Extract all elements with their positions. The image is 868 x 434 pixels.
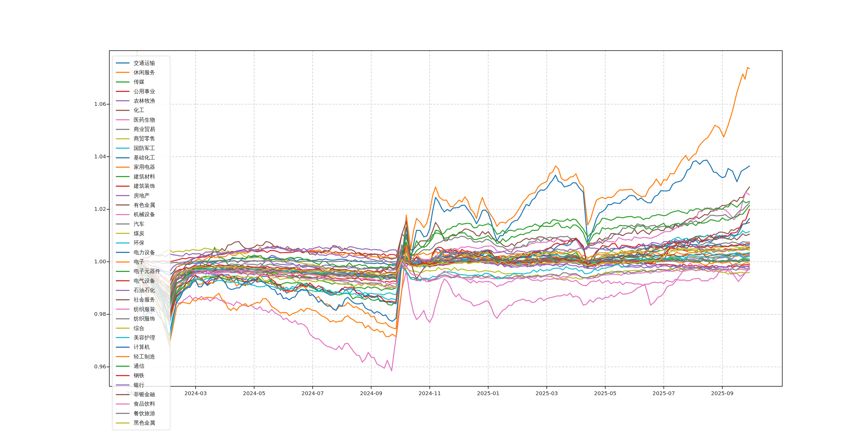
legend-item-label: 钢铁 xyxy=(134,372,145,379)
legend-item-label: 电力设备 xyxy=(134,249,155,256)
y-tick-label: 1.02 xyxy=(76,206,106,212)
legend-item: 黑色金属 xyxy=(113,418,170,428)
legend-item: 有色金属 xyxy=(113,200,170,210)
legend-item-label: 商贸零售 xyxy=(134,135,155,142)
legend-line-swatch xyxy=(116,328,130,329)
legend-item: 休闲服务 xyxy=(113,68,170,77)
legend-item-label: 纺织服装 xyxy=(134,306,155,313)
legend-item: 美容护理 xyxy=(113,333,170,342)
legend-line-swatch xyxy=(116,290,130,291)
legend-line-swatch xyxy=(116,394,130,395)
legend-line-swatch xyxy=(116,167,130,168)
legend-line-swatch xyxy=(116,186,130,187)
y-tick-label: 1.06 xyxy=(76,101,106,107)
legend-line-swatch xyxy=(116,347,130,348)
legend-line-swatch xyxy=(116,384,130,385)
legend-line-swatch xyxy=(116,413,130,414)
legend-item: 石油石化 xyxy=(113,286,170,295)
x-tick-label: 2024-05 xyxy=(233,390,276,397)
legend-line-swatch xyxy=(116,119,130,120)
legend-item-label: 公用事业 xyxy=(134,88,155,95)
legend-item: 国防军工 xyxy=(113,144,170,153)
figure: strategy industry excess ret: (20240102,… xyxy=(0,0,868,434)
legend-item-label: 传媒 xyxy=(134,78,145,86)
legend-item: 公用事业 xyxy=(113,87,170,96)
legend-item-label: 商业贸易 xyxy=(134,126,155,133)
legend-item-label: 基础化工 xyxy=(134,154,155,161)
legend-item: 机械设备 xyxy=(113,210,170,219)
legend-item: 交通运输 xyxy=(113,58,170,67)
legend-item-label: 房地产 xyxy=(134,192,150,199)
legend-item-label: 环保 xyxy=(134,239,145,246)
legend-item: 食品饮料 xyxy=(113,399,170,408)
legend-item-label: 通信 xyxy=(134,363,145,370)
legend-line-swatch xyxy=(116,309,130,310)
legend-line-swatch xyxy=(116,233,130,234)
x-tick-label: 2024-11 xyxy=(408,390,451,397)
x-tick-label: 2025-01 xyxy=(467,390,509,397)
legend-item: 环保 xyxy=(113,239,170,248)
legend-line-swatch xyxy=(116,271,130,272)
x-tick-label: 2025-07 xyxy=(643,390,685,397)
legend-item-label: 社会服务 xyxy=(134,296,155,303)
legend-item: 家用电器 xyxy=(113,163,170,172)
legend-item-label: 轻工制造 xyxy=(134,353,155,360)
legend-line-swatch xyxy=(116,214,130,215)
legend-line-swatch xyxy=(116,337,130,338)
x-tick-label: 2025-09 xyxy=(701,390,744,397)
legend-item: 基础化工 xyxy=(113,153,170,162)
legend-item-label: 医药生物 xyxy=(134,116,155,124)
legend-item-label: 交通运输 xyxy=(134,60,155,67)
legend-line-swatch xyxy=(116,261,130,262)
legend-line-swatch xyxy=(116,100,130,101)
legend-item: 轻工制造 xyxy=(113,352,170,361)
legend-line-swatch xyxy=(116,318,130,319)
legend-item-label: 电子 xyxy=(134,258,145,266)
legend-item: 商业贸易 xyxy=(113,125,170,134)
legend-line-swatch xyxy=(116,138,130,139)
legend-line-swatch xyxy=(116,205,130,206)
legend-item-label: 石油石化 xyxy=(134,287,155,294)
x-tick-label: 2025-05 xyxy=(584,390,627,397)
legend-item: 计算机 xyxy=(113,343,170,352)
legend-item: 电子元器件 xyxy=(113,267,170,276)
legend-item-label: 银行 xyxy=(134,381,145,389)
legend-line-swatch xyxy=(116,252,130,253)
legend-line-swatch xyxy=(116,223,130,224)
x-tick-label: 2024-03 xyxy=(174,390,217,397)
legend-item-label: 化工 xyxy=(134,106,145,114)
y-tick-label: 0.96 xyxy=(76,363,106,370)
legend-item-label: 计算机 xyxy=(134,343,150,351)
legend-line-swatch xyxy=(116,423,130,424)
legend-item: 汽车 xyxy=(113,219,170,228)
legend-item-label: 国防军工 xyxy=(134,145,155,152)
legend-item-label: 家用电器 xyxy=(134,163,155,170)
legend-item-label: 农林牧渔 xyxy=(134,97,155,104)
legend-item-label: 电子元器件 xyxy=(134,268,160,275)
legend-line-swatch xyxy=(116,243,130,244)
legend-item: 电子 xyxy=(113,257,170,267)
legend-item-label: 美容护理 xyxy=(134,334,155,341)
legend-item-label: 机械设备 xyxy=(134,211,155,218)
legend-item: 传媒 xyxy=(113,78,170,87)
legend-item-label: 建筑装饰 xyxy=(134,182,155,190)
legend-item-label: 纺织服饰 xyxy=(134,315,155,322)
legend-item: 电力设备 xyxy=(113,248,170,257)
y-tick-label: 0.98 xyxy=(76,311,106,317)
legend-item: 通信 xyxy=(113,362,170,371)
legend-item-label: 非银金融 xyxy=(134,391,155,398)
legend-item: 餐饮旅游 xyxy=(113,409,170,418)
legend-item-label: 综合 xyxy=(134,325,145,332)
y-tick-label: 1.00 xyxy=(76,258,106,265)
legend-item: 非银金融 xyxy=(113,390,170,399)
legend-item-label: 煤炭 xyxy=(134,230,145,237)
legend-line-swatch xyxy=(116,375,130,376)
legend-line-swatch xyxy=(116,72,130,73)
legend-item: 建筑材料 xyxy=(113,172,170,181)
legend-line-swatch xyxy=(116,299,130,300)
legend-item: 纺织服装 xyxy=(113,305,170,314)
legend-item: 房地产 xyxy=(113,191,170,200)
legend-line-swatch xyxy=(116,82,130,83)
legend-item: 煤炭 xyxy=(113,229,170,238)
legend-line-swatch xyxy=(116,356,130,357)
